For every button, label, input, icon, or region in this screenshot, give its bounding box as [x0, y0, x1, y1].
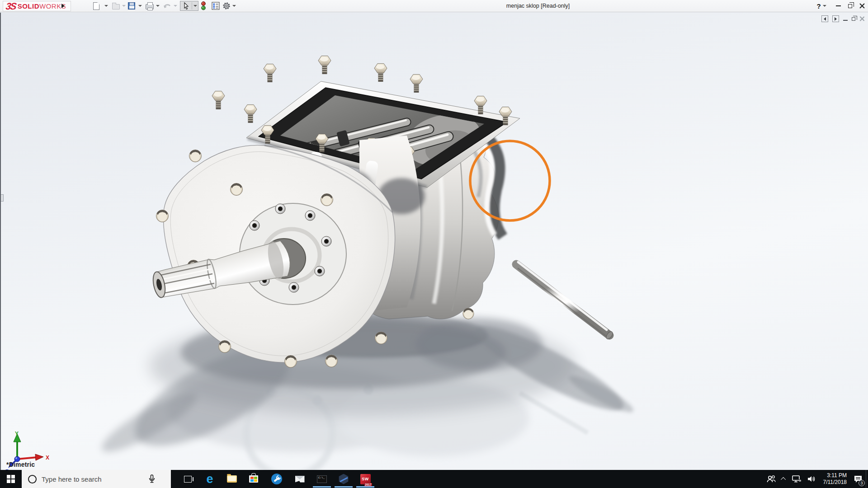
- close-icon: [859, 3, 865, 9]
- edge-icon: e: [206, 473, 213, 485]
- minimize-button[interactable]: [832, 0, 844, 12]
- show-desktop-button[interactable]: [866, 470, 868, 488]
- undo-icon: [163, 2, 172, 9]
- view-orientation-label: *Dimetric: [6, 461, 35, 468]
- taskbar-command-prompt[interactable]: C:\_: [311, 470, 332, 488]
- taskbar-search[interactable]: [22, 470, 171, 488]
- solidworks-2017-icon: SW 2017: [360, 474, 371, 484]
- select-tool-dropdown[interactable]: [193, 5, 197, 7]
- feature-panel-handle[interactable]: [1, 194, 4, 202]
- new-document-dropdown[interactable]: [104, 1, 108, 10]
- undo-button[interactable]: [163, 1, 172, 10]
- new-document-button[interactable]: [93, 1, 99, 10]
- store-icon: [249, 475, 258, 483]
- taskbar-settings[interactable]: [266, 470, 287, 488]
- system-tray: 3:11 PM 7/11/2018 3: [764, 470, 868, 488]
- save-icon: [128, 2, 135, 9]
- triad-x-label: X: [46, 455, 49, 461]
- tray-overflow-button[interactable]: [779, 470, 789, 488]
- options-gear-icon: [222, 1, 231, 10]
- start-button[interactable]: [0, 470, 22, 488]
- close-button[interactable]: [856, 0, 868, 12]
- dock-pane-left-icon[interactable]: [821, 15, 828, 22]
- tray-clock[interactable]: 3:11 PM 7/11/2018: [820, 472, 851, 486]
- feature-panel-edge[interactable]: [0, 13, 1, 470]
- search-input[interactable]: [42, 475, 146, 483]
- volume-icon: [807, 475, 816, 483]
- open-button[interactable]: [112, 1, 120, 10]
- select-cursor-icon: [182, 2, 190, 10]
- restore-button[interactable]: [844, 0, 856, 12]
- options-dropdown[interactable]: [232, 1, 236, 10]
- taskbar-composer[interactable]: [333, 470, 354, 488]
- mail-icon: [295, 476, 305, 483]
- restore-icon: [848, 4, 852, 8]
- traffic-light-icon: [201, 1, 206, 10]
- task-view-icon: [184, 476, 192, 483]
- windows-logo-icon: [7, 475, 15, 483]
- titlebar: 3S SOLID WORKS m: [0, 0, 868, 12]
- cortana-icon: [28, 475, 37, 483]
- doc-restore-button[interactable]: [852, 17, 855, 21]
- file-properties-button[interactable]: [212, 1, 220, 10]
- triad-y-label: Y: [15, 431, 19, 437]
- microphone-icon[interactable]: [148, 474, 156, 483]
- windows-taskbar: e C:\_ SW 2017: [0, 470, 868, 488]
- save-dropdown[interactable]: [138, 1, 142, 10]
- select-tool-button[interactable]: [180, 1, 198, 11]
- tray-time: 3:11 PM: [823, 472, 847, 479]
- chevron-up-icon: [780, 477, 785, 482]
- sw-cube-year: 2017: [364, 483, 372, 486]
- rebuild-button[interactable]: [201, 1, 206, 10]
- minimize-icon: [836, 5, 841, 6]
- tray-date: 7/11/2018: [823, 479, 847, 486]
- undo-dropdown[interactable]: [174, 1, 177, 10]
- new-document-icon: [93, 2, 99, 10]
- hexagon-app-icon: [339, 474, 349, 484]
- doc-close-button[interactable]: [859, 16, 864, 21]
- open-icon: [112, 4, 120, 9]
- people-button[interactable]: [764, 470, 779, 488]
- solidworks-logo-glyph: 3S: [5, 1, 16, 12]
- command-prompt-icon: C:\_: [317, 475, 327, 483]
- notification-badge: 3: [859, 480, 865, 486]
- network-button[interactable]: [789, 470, 804, 488]
- doc-minimize-button[interactable]: [843, 17, 848, 21]
- file-explorer-icon: [227, 475, 237, 483]
- wrench-circle-icon: [271, 474, 282, 484]
- running-indicator: [335, 486, 353, 488]
- sw-cube-letters: SW: [362, 477, 369, 481]
- graphics-viewport[interactable]: Y X Z *Dimetric: [0, 13, 868, 470]
- file-properties-icon: [212, 2, 220, 10]
- gearbox-3d-model[interactable]: [0, 13, 868, 470]
- open-dropdown[interactable]: [122, 1, 126, 10]
- help-button[interactable]: ?: [814, 0, 829, 12]
- taskbar-store[interactable]: [243, 470, 264, 488]
- output-shaft[interactable]: [516, 262, 614, 340]
- volume-button[interactable]: [804, 470, 820, 488]
- taskbar-solidworks[interactable]: SW 2017: [355, 470, 376, 488]
- running-indicator: [356, 486, 374, 488]
- window-title: menjac sklop [Read-only]: [506, 3, 570, 9]
- flange-bolt: [463, 308, 474, 319]
- taskbar-file-explorer[interactable]: [222, 470, 242, 488]
- dock-pane-right-icon[interactable]: [832, 15, 839, 22]
- taskbar-edge[interactable]: e: [199, 470, 220, 488]
- help-dropdown[interactable]: [823, 5, 826, 7]
- options-button[interactable]: [222, 1, 231, 10]
- print-icon: [146, 4, 154, 9]
- people-icon: [767, 475, 776, 483]
- document-window-controls: [821, 15, 864, 22]
- save-button[interactable]: [128, 1, 135, 10]
- print-dropdown[interactable]: [156, 1, 160, 10]
- solidworks-logo-bold: SOLID: [18, 2, 39, 10]
- print-button[interactable]: [146, 1, 154, 10]
- action-center-button[interactable]: 3: [850, 470, 866, 488]
- help-label: ?: [816, 2, 821, 10]
- menu-flyout-arrow-icon[interactable]: [59, 1, 66, 10]
- network-icon: [792, 475, 801, 483]
- task-view-button[interactable]: [177, 470, 198, 488]
- running-indicator: [313, 486, 331, 488]
- taskbar-mail[interactable]: [289, 470, 310, 488]
